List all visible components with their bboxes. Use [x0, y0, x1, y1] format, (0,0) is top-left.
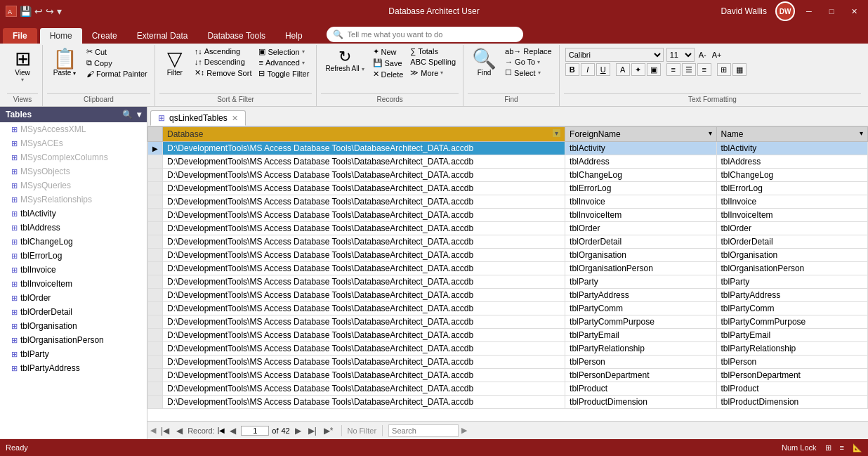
ascending-button[interactable]: ↑↓ Ascending [192, 46, 255, 56]
paste-button[interactable]: 📋 Paste ▾ [47, 46, 82, 79]
select-button[interactable]: ☐ Select ▾ [502, 67, 555, 78]
table-row[interactable]: D:\DevelopmentTools\MS Access Database T… [148, 155, 868, 169]
tab-file[interactable]: File [3, 28, 37, 44]
table-row[interactable]: D:\DevelopmentTools\MS Access Database T… [148, 329, 868, 342]
table-row[interactable]: D:\DevelopmentTools\MS Access Database T… [148, 169, 868, 182]
tab-external-data[interactable]: External Data [127, 28, 198, 44]
datasheet-view-icon[interactable]: ⊞ [825, 443, 831, 452]
row-selector[interactable] [148, 235, 163, 249]
new-nav-button[interactable]: ▶* [322, 426, 336, 436]
tab-close-button[interactable]: ✕ [232, 114, 238, 123]
row-selector[interactable] [148, 262, 163, 275]
cut-button[interactable]: ✂ Cut [84, 46, 150, 57]
search-input[interactable] [348, 30, 517, 39]
nav-item-tblAddress[interactable]: ⊞ tblAddress [0, 221, 147, 235]
table-row[interactable]: D:\DevelopmentTools\MS Access Database T… [148, 249, 868, 262]
nav-item-tblChangeLog[interactable]: ⊞ tblChangeLog [0, 235, 147, 249]
font-color-button[interactable]: A [616, 63, 630, 76]
bold-button[interactable]: B [565, 63, 579, 76]
nav-item-tblInvoice[interactable]: ⊞ tblInvoice [0, 263, 147, 277]
more-button[interactable]: ≫ More ▾ [407, 67, 459, 78]
font-selector[interactable]: Calibri [565, 48, 664, 62]
tell-me-bar[interactable]: 🔍 [327, 27, 523, 42]
foreign-name-col-filter[interactable]: ▾ [709, 129, 712, 137]
col-header-database[interactable]: Database ▾ [163, 127, 565, 142]
copy-button[interactable]: ⧉ Copy [84, 58, 150, 68]
row-selector[interactable] [148, 169, 163, 182]
align-left-button[interactable]: ≡ [666, 63, 680, 76]
toggle-filter-button[interactable]: ⊟ Toggle Filter [256, 68, 312, 79]
prev-record-button[interactable]: ◀ [174, 426, 185, 436]
nav-item-MSysQueries[interactable]: ⊞ MSysQueries [0, 178, 147, 193]
col-header-foreign-name[interactable]: ForeignName ▾ [565, 127, 716, 142]
minimize-button[interactable]: ─ [801, 4, 817, 18]
font-size-increase-icon[interactable]: A+ [711, 51, 723, 59]
table-row[interactable]: D:\DevelopmentTools\MS Access Database T… [148, 315, 868, 329]
redo-icon[interactable]: ↪ [46, 6, 54, 17]
view-button[interactable]: ⊞ View ▾ [7, 46, 38, 86]
undo-icon[interactable]: ↩ [34, 6, 43, 17]
tab-help[interactable]: Help [275, 28, 313, 44]
descending-button[interactable]: ↓↑ Descending [192, 57, 255, 67]
table-row[interactable]: D:\DevelopmentTools\MS Access Database T… [148, 396, 868, 409]
underline-button[interactable]: U [596, 63, 610, 76]
save-record-button[interactable]: 💾 Save [370, 58, 407, 68]
search-records-input[interactable] [388, 424, 459, 437]
nav-item-MSysRelationships[interactable]: ⊞ MSysRelationships [0, 193, 147, 207]
format-painter-button[interactable]: 🖌 Format Painter [84, 69, 150, 79]
nav-menu-icon[interactable]: ▾ [137, 110, 141, 119]
design-view-icon[interactable]: 📐 [853, 443, 862, 452]
table-row[interactable]: D:\DevelopmentTools\MS Access Database T… [148, 369, 868, 382]
row-selector[interactable] [148, 209, 163, 222]
nav-item-tblErrorLog[interactable]: ⊞ tblErrorLog [0, 249, 147, 263]
delete-record-button[interactable]: ✕ Delete [370, 69, 407, 79]
row-selector[interactable] [148, 275, 163, 289]
table-row[interactable]: D:\DevelopmentTools\MS Access Database T… [148, 302, 868, 315]
nav-item-tblPartyAddress[interactable]: ⊞ tblPartyAddress [0, 361, 147, 375]
alt-row-button[interactable]: ▦ [732, 63, 747, 76]
first-record-button[interactable]: |◀ [159, 426, 171, 436]
row-selector[interactable] [148, 342, 163, 356]
nav-item-tblOrder[interactable]: ⊞ tblOrder [0, 291, 147, 305]
replace-button[interactable]: ab→ Replace [502, 46, 555, 56]
goto-button[interactable]: → Go To ▾ [502, 57, 555, 67]
row-selector[interactable]: ▶ [148, 142, 163, 155]
new-record-button[interactable]: ✦ New [370, 46, 407, 57]
tab-create[interactable]: Create [82, 28, 127, 44]
datasheet-container[interactable]: Database ▾ ForeignName ▾ Name ▾ [147, 126, 868, 421]
tab-qsLinkedTables[interactable]: ⊞ qsLinkedTables ✕ [150, 110, 246, 126]
table-row[interactable]: D:\DevelopmentTools\MS Access Database T… [148, 262, 868, 275]
table-row[interactable]: D:\DevelopmentTools\MS Access Database T… [148, 222, 868, 235]
col-header-name[interactable]: Name ▾ [716, 127, 867, 142]
tab-home[interactable]: Home [40, 28, 82, 44]
refresh-all-button[interactable]: ↻ Refresh All ▾ [321, 46, 368, 75]
user-avatar[interactable]: DW [775, 1, 795, 21]
bg-color-button[interactable]: ▣ [647, 63, 661, 76]
nav-item-MSysAccessXML[interactable]: ⊞ MSysAccessXML [0, 122, 147, 136]
row-selector[interactable] [148, 195, 163, 209]
nav-item-tblOrganisation[interactable]: ⊞ tblOrganisation [0, 319, 147, 333]
table-row[interactable]: D:\DevelopmentTools\MS Access Database T… [148, 289, 868, 302]
database-col-filter[interactable]: ▾ [553, 129, 560, 137]
row-selector[interactable] [148, 249, 163, 262]
align-center-button[interactable]: ☰ [682, 63, 696, 76]
nav-item-tblOrderDetail[interactable]: ⊞ tblOrderDetail [0, 305, 147, 319]
row-selector[interactable] [148, 155, 163, 169]
nav-item-MSysObjects[interactable]: ⊞ MSysObjects [0, 164, 147, 178]
table-row[interactable]: D:\DevelopmentTools\MS Access Database T… [148, 182, 868, 195]
nav-item-MSysACEs[interactable]: ⊞ MSysACEs [0, 136, 147, 150]
nav-search-icon[interactable]: 🔍 [122, 110, 133, 119]
font-size-selector[interactable]: 11 [666, 48, 695, 62]
row-selector[interactable] [148, 222, 163, 235]
row-selector[interactable] [148, 382, 163, 396]
highlight-button[interactable]: ✦ [631, 63, 645, 76]
row-selector[interactable] [148, 369, 163, 382]
row-selector[interactable] [148, 396, 163, 409]
list-view-icon[interactable]: ≡ [840, 443, 844, 452]
row-selector[interactable] [148, 329, 163, 342]
table-row[interactable]: D:\DevelopmentTools\MS Access Database T… [148, 382, 868, 396]
table-row[interactable]: D:\DevelopmentTools\MS Access Database T… [148, 342, 868, 356]
font-size-decrease-icon[interactable]: A- [697, 51, 708, 59]
table-row[interactable]: D:\DevelopmentTools\MS Access Database T… [148, 195, 868, 209]
maximize-button[interactable]: □ [823, 4, 840, 18]
